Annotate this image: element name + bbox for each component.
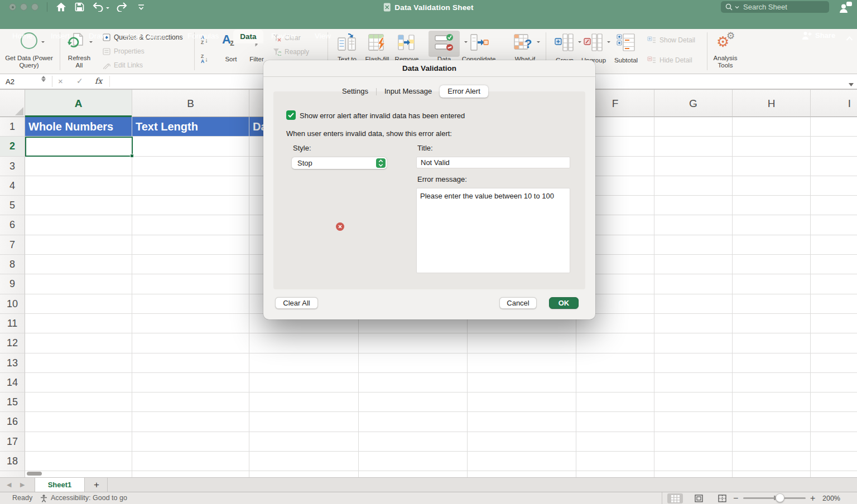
cell-I8[interactable] bbox=[811, 255, 857, 274]
cell-H4[interactable] bbox=[733, 176, 811, 196]
undo-button[interactable] bbox=[93, 2, 109, 12]
cell-A9[interactable] bbox=[25, 274, 132, 294]
title-field[interactable]: Not Valid bbox=[416, 157, 570, 168]
name-box-stepper[interactable] bbox=[41, 76, 46, 82]
row-header-3[interactable]: 3 bbox=[0, 157, 25, 176]
cell-A6[interactable] bbox=[25, 215, 132, 235]
row-header-2[interactable]: 2 bbox=[0, 137, 25, 156]
zoom-level[interactable]: 200% bbox=[822, 495, 840, 502]
cell-H3[interactable] bbox=[733, 157, 811, 176]
zoom-in-button[interactable]: + bbox=[810, 493, 815, 503]
cell-H6[interactable] bbox=[733, 215, 811, 235]
analysis-tools-button[interactable]: Analysis Tools bbox=[710, 55, 741, 69]
row-header-7[interactable]: 7 bbox=[0, 235, 25, 255]
row-header-13[interactable]: 13 bbox=[0, 353, 25, 373]
cell-G15[interactable] bbox=[654, 392, 733, 412]
cell-I17[interactable] bbox=[811, 432, 857, 452]
group-caret[interactable] bbox=[578, 41, 581, 45]
cell-G9[interactable] bbox=[654, 274, 733, 294]
expand-formula-bar-button[interactable] bbox=[849, 79, 854, 89]
cell-G5[interactable] bbox=[654, 196, 733, 215]
cell-A7[interactable] bbox=[25, 235, 132, 255]
row-header-5[interactable]: 5 bbox=[0, 196, 25, 215]
cell-I7[interactable] bbox=[811, 235, 857, 255]
cell-A14[interactable] bbox=[25, 373, 132, 392]
normal-view-button[interactable] bbox=[667, 493, 683, 503]
style-dropdown[interactable]: Stop bbox=[292, 157, 387, 169]
horizontal-scrollbar-thumb[interactable] bbox=[27, 472, 42, 476]
cell-G6[interactable] bbox=[654, 215, 733, 235]
cell-G11[interactable] bbox=[654, 314, 733, 333]
cell-E13[interactable] bbox=[468, 353, 576, 373]
cell-I5[interactable] bbox=[811, 196, 857, 215]
row-header-12[interactable]: 12 bbox=[0, 333, 25, 353]
cell-B1[interactable]: Text Length bbox=[132, 117, 249, 137]
cell-I15[interactable] bbox=[811, 392, 857, 412]
cell-H9[interactable] bbox=[733, 274, 811, 294]
cell-B10[interactable] bbox=[132, 294, 249, 314]
tab-insert[interactable]: Insert bbox=[51, 32, 70, 40]
cell-D18[interactable] bbox=[359, 452, 468, 471]
cell-H16[interactable] bbox=[733, 412, 811, 432]
row-header-16[interactable]: 16 bbox=[0, 412, 25, 432]
cell-H10[interactable] bbox=[733, 294, 811, 314]
cell-G17[interactable] bbox=[654, 432, 733, 452]
tab-review[interactable]: Review bbox=[271, 32, 296, 40]
tab-page-layout[interactable]: Page Layout bbox=[124, 32, 166, 40]
cell-B17[interactable] bbox=[132, 432, 249, 452]
cell-F17[interactable] bbox=[576, 432, 654, 452]
row-header-6[interactable]: 6 bbox=[0, 215, 25, 235]
close-window-button[interactable] bbox=[9, 3, 16, 11]
tab-data-active[interactable]: Data bbox=[233, 30, 263, 43]
cell-I2[interactable] bbox=[811, 137, 857, 156]
cell-B7[interactable] bbox=[132, 235, 249, 255]
flash-fill-icon[interactable] bbox=[367, 33, 387, 54]
clear-all-button[interactable]: Clear All bbox=[275, 297, 318, 309]
cell-B8[interactable] bbox=[132, 255, 249, 274]
cell-D12[interactable] bbox=[359, 333, 468, 353]
cell-H17[interactable] bbox=[733, 432, 811, 452]
cell-C16[interactable] bbox=[249, 412, 359, 432]
error-message-textarea[interactable]: Please enter the value between 10 to 100 bbox=[416, 188, 570, 273]
cell-H2[interactable] bbox=[733, 137, 811, 156]
cell-A12[interactable] bbox=[25, 333, 132, 353]
cell-D13[interactable] bbox=[359, 353, 468, 373]
column-header-G[interactable]: G bbox=[654, 90, 733, 117]
cell-A18[interactable] bbox=[25, 452, 132, 471]
cell-C18[interactable] bbox=[249, 452, 359, 471]
cell-I19[interactable] bbox=[811, 471, 857, 477]
cell-H12[interactable] bbox=[733, 333, 811, 353]
cell-I11[interactable] bbox=[811, 314, 857, 333]
zoom-slider-thumb[interactable] bbox=[776, 493, 784, 502]
row-header-10[interactable]: 10 bbox=[0, 294, 25, 314]
data-validation-icon[interactable] bbox=[434, 33, 454, 54]
cell-E14[interactable] bbox=[468, 373, 576, 392]
tab-home[interactable]: Home bbox=[12, 32, 32, 40]
cell-G10[interactable] bbox=[654, 294, 733, 314]
cell-G19[interactable] bbox=[654, 471, 733, 477]
cell-E19[interactable] bbox=[468, 471, 576, 477]
cell-I13[interactable] bbox=[811, 353, 857, 373]
cell-F12[interactable] bbox=[576, 333, 654, 353]
enter-entry-button[interactable]: ✓ bbox=[76, 76, 83, 85]
cell-C19[interactable] bbox=[249, 471, 359, 477]
cell-H13[interactable] bbox=[733, 353, 811, 373]
cell-H7[interactable] bbox=[733, 235, 811, 255]
cell-A11[interactable] bbox=[25, 314, 132, 333]
column-header-B[interactable]: B bbox=[132, 90, 249, 117]
show-error-alert-checkbox[interactable] bbox=[286, 110, 296, 120]
ok-button[interactable]: OK bbox=[549, 297, 579, 309]
cell-C14[interactable] bbox=[249, 373, 359, 392]
cell-I4[interactable] bbox=[811, 176, 857, 196]
cell-F13[interactable] bbox=[576, 353, 654, 373]
text-to-columns-icon[interactable] bbox=[337, 33, 357, 54]
cell-A8[interactable] bbox=[25, 255, 132, 274]
row-header-1[interactable]: 1 bbox=[0, 117, 25, 137]
cell-B11[interactable] bbox=[132, 314, 249, 333]
page-break-view-button[interactable] bbox=[714, 493, 730, 503]
search-input[interactable]: Search Sheet bbox=[721, 1, 829, 13]
cell-D14[interactable] bbox=[359, 373, 468, 392]
cell-G2[interactable] bbox=[654, 137, 733, 156]
subtotal-icon[interactable] bbox=[617, 33, 635, 54]
cell-B19[interactable] bbox=[132, 471, 249, 477]
